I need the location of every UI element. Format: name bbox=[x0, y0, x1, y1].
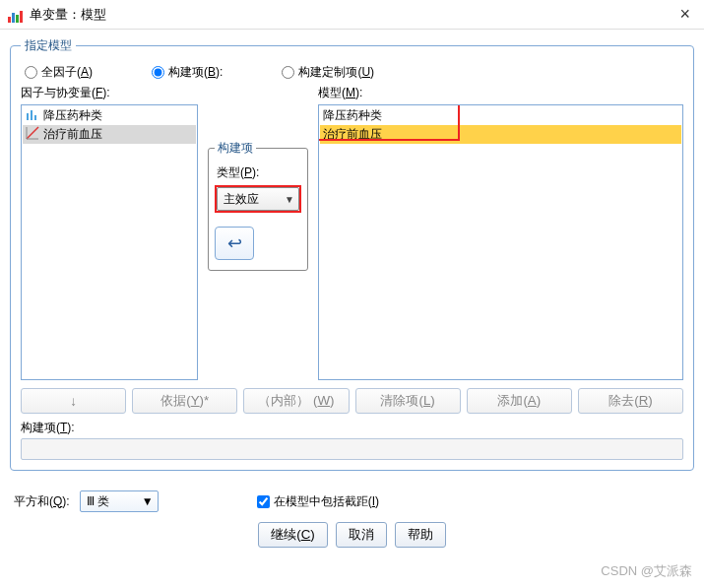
add-button[interactable]: 添加(A) bbox=[467, 388, 572, 414]
list-item-label: 治疗前血压 bbox=[43, 126, 102, 143]
build-terms-group: 构建项 类型(P): 主效应 ▼ ↩ bbox=[208, 140, 308, 271]
list-item-label: 治疗前血压 bbox=[323, 126, 382, 143]
radio-build-custom[interactable]: 构建定制项(U) bbox=[282, 64, 374, 81]
clear-button[interactable]: 清除项(L) bbox=[355, 388, 461, 414]
arrow-icon: ↩ bbox=[227, 232, 242, 254]
radio-build-terms-input[interactable] bbox=[152, 66, 164, 79]
model-label: 模型(M): bbox=[318, 85, 683, 101]
radio-full-factorial-input[interactable] bbox=[25, 66, 37, 79]
chevron-down-icon: ▼ bbox=[142, 494, 154, 508]
svg-rect-1 bbox=[31, 110, 32, 120]
title-bar: 单变量：模型 × bbox=[0, 0, 704, 30]
dialog-buttons: 继续(C) 取消 帮助 bbox=[10, 518, 694, 554]
svg-rect-0 bbox=[27, 113, 29, 120]
sos-combo[interactable]: Ⅲ 类 ▼ bbox=[80, 490, 159, 512]
within-button[interactable]: （内部） (W) bbox=[243, 388, 349, 414]
sos-combo-value: Ⅲ 类 bbox=[87, 493, 109, 510]
sos-label: 平方和(Q): bbox=[14, 493, 70, 510]
app-icon bbox=[8, 7, 24, 23]
watermark: CSDN @艾派森 bbox=[601, 562, 692, 580]
list-item-label: 降压药种类 bbox=[43, 107, 102, 124]
covariate-icon bbox=[26, 126, 39, 143]
specify-model-group: 指定模型 全因子(A) 构建项(B): 构建定制项(U) 因子与协变量(F): bbox=[10, 37, 694, 471]
continue-button[interactable]: 继续(C) bbox=[258, 522, 328, 548]
help-button[interactable]: 帮助 bbox=[395, 522, 446, 548]
svg-rect-2 bbox=[34, 115, 36, 120]
chevron-down-icon: ▼ bbox=[285, 194, 294, 205]
type-combo[interactable]: 主效应 ▼ bbox=[217, 187, 299, 211]
svg-line-3 bbox=[27, 127, 38, 139]
down-button[interactable]: ↓ bbox=[21, 388, 126, 414]
cancel-button[interactable]: 取消 bbox=[336, 522, 387, 548]
intercept-checkbox[interactable]: 在模型中包括截距(I) bbox=[257, 493, 379, 510]
model-listbox[interactable]: 降压药种类 治疗前血压 bbox=[318, 104, 683, 380]
build-term-label: 构建项(T): bbox=[21, 420, 683, 436]
list-item[interactable]: 降压药种类 bbox=[320, 106, 681, 125]
type-label: 类型(P): bbox=[217, 164, 301, 181]
intercept-checkbox-input[interactable] bbox=[257, 495, 270, 508]
list-item[interactable]: 治疗前血压 bbox=[320, 125, 681, 144]
build-term-field[interactable] bbox=[21, 438, 683, 460]
categorical-icon bbox=[26, 107, 39, 124]
radio-build-terms[interactable]: 构建项(B): bbox=[152, 64, 223, 81]
by-button[interactable]: 依据(Y)* bbox=[132, 388, 237, 414]
factors-listbox[interactable]: 降压药种类 治疗前血压 bbox=[21, 104, 198, 380]
window-title: 单变量：模型 bbox=[30, 6, 673, 24]
term-button-row: ↓ 依据(Y)* （内部） (W) 清除项(L) 添加(A) 除去(R) bbox=[21, 388, 683, 414]
type-combo-value: 主效应 bbox=[224, 191, 259, 208]
list-item[interactable]: 治疗前血压 bbox=[23, 125, 196, 144]
type-highlight: 主效应 ▼ bbox=[215, 185, 301, 213]
dialog-content: 指定模型 全因子(A) 构建项(B): 构建定制项(U) 因子与协变量(F): bbox=[0, 30, 704, 559]
remove-button[interactable]: 除去(R) bbox=[578, 388, 683, 414]
move-to-model-button[interactable]: ↩ bbox=[215, 227, 254, 260]
bottom-row: 平方和(Q): Ⅲ 类 ▼ 在模型中包括截距(I) bbox=[10, 481, 694, 518]
radio-build-custom-input[interactable] bbox=[282, 66, 294, 79]
list-item-label: 降压药种类 bbox=[323, 107, 382, 124]
list-item[interactable]: 降压药种类 bbox=[23, 106, 196, 125]
close-button[interactable]: × bbox=[673, 4, 696, 25]
build-terms-legend: 构建项 bbox=[215, 140, 256, 157]
specify-model-legend: 指定模型 bbox=[21, 37, 76, 54]
factors-label: 因子与协变量(F): bbox=[21, 85, 198, 101]
radio-full-factorial[interactable]: 全因子(A) bbox=[25, 64, 93, 81]
model-radio-row: 全因子(A) 构建项(B): 构建定制项(U) bbox=[21, 62, 683, 85]
